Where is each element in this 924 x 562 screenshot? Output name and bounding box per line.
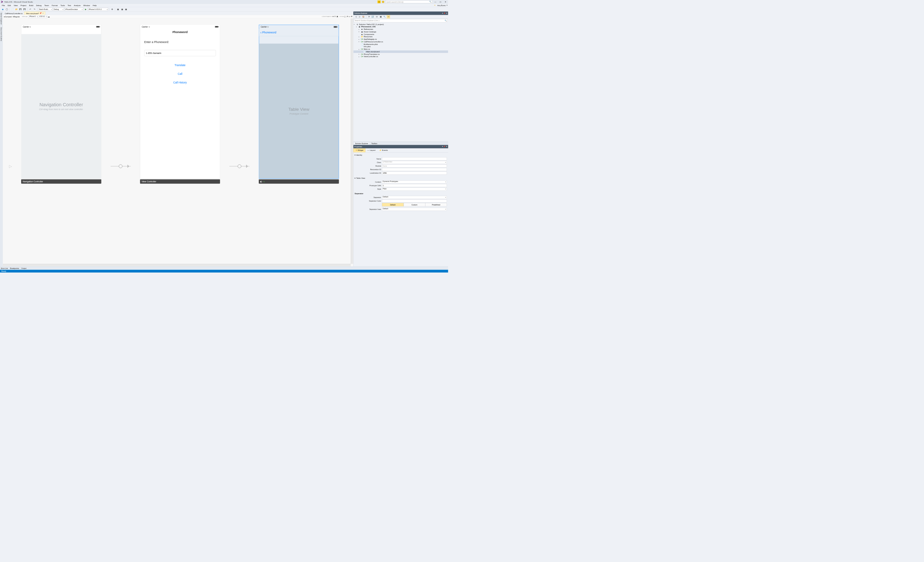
tree-phonetranslator[interactable]: ▸C#PhoneTranslator.cs [353, 53, 448, 56]
se-refresh-icon[interactable]: 🔄 [371, 15, 375, 19]
menu-test[interactable]: Test [66, 4, 72, 7]
tree-callhistorycontroller[interactable]: ▸C#CallHistoryController.cs [353, 41, 448, 43]
menu-window[interactable]: Window [82, 4, 91, 7]
panel-close-icon[interactable]: ✕ [446, 146, 447, 147]
menu-analyze[interactable]: Analyze [72, 4, 81, 7]
entry-arrow-icon[interactable]: ▷ [9, 164, 12, 168]
call-history-button[interactable]: Call History [144, 78, 216, 87]
user-area[interactable]: Amy Burns ▾ [434, 5, 448, 6]
menu-build[interactable]: Build [28, 4, 34, 7]
navigation-controller-scene[interactable]: Carrier ᯤ Navigation Controller Ctrl+dra… [21, 25, 101, 184]
tree-maincs[interactable]: ▸C#Main.cs [353, 48, 448, 50]
size-class-h[interactable]: hRegular [13, 16, 20, 18]
translate-button[interactable]: Translate [144, 61, 216, 70]
tree-references[interactable]: ▸■References [353, 28, 448, 30]
document-outline-tab[interactable]: Document Outline [0, 27, 3, 42]
menu-project[interactable]: Project [19, 4, 28, 7]
prop-sepcolor-input[interactable] [382, 199, 447, 203]
new-project-icon[interactable]: 📄 [10, 8, 14, 11]
zoom-in-icon[interactable]: ⊞ [351, 16, 352, 18]
maximize-button[interactable]: ▭ [439, 0, 442, 3]
canvas-vscroll[interactable] [351, 18, 353, 264]
prop-content-select[interactable]: Dynamic Prototypes [382, 180, 447, 183]
tableview-controller-scene[interactable]: Carrier ᯤ ‹ Phoneword Table View Prototy… [259, 25, 339, 184]
back-nav-icon[interactable]: ◉ [1, 8, 4, 11]
prop-separator-select[interactable]: Default [382, 196, 447, 199]
tab-callhistory[interactable]: CallHistoryController.cs [3, 12, 24, 15]
se-properties-icon[interactable]: 🔧 [383, 15, 386, 19]
phoneword-input[interactable] [144, 50, 216, 56]
sepcolor-segmented[interactable]: Default Custom Predefined [382, 203, 447, 206]
size-class-w[interactable]: wCompact [4, 16, 12, 18]
segue-2[interactable] [230, 163, 249, 169]
tree-mainstoryboard[interactable]: 📄Main.storyboard [353, 50, 448, 53]
notification-flag-icon[interactable]: ▾ [378, 0, 381, 3]
solution-tree[interactable]: ▸⧉Solution 'Hello.iOS' (1 project) ▾▣Pho… [353, 23, 448, 141]
back-button[interactable]: ‹ Phoneword [259, 29, 339, 36]
panel-close-icon[interactable]: ✕ [446, 12, 447, 14]
zoom-out-icon[interactable]: ⊟ [347, 16, 348, 18]
tool-misc-2-icon[interactable]: ▦ [116, 8, 120, 11]
tab-output[interactable]: Output [21, 267, 26, 269]
constraint-tool-2-icon[interactable]: ⊡ [334, 16, 336, 18]
tool-misc-3-icon[interactable]: ▦ [120, 8, 124, 11]
save-icon[interactable]: 💾 [19, 8, 22, 11]
zoom-fit-icon[interactable]: ⛶ [344, 16, 346, 18]
scene-label-2[interactable]: View Controller [140, 179, 220, 184]
tree-appdelegate[interactable]: ▸C#AppDelegate.cs [353, 38, 448, 41]
se-show-all-icon[interactable]: ▦ [379, 15, 382, 19]
storyboard-canvas[interactable]: ▷ Carrier ᯤ Navigation Controller Ctrl+d… [3, 18, 353, 266]
save-all-icon[interactable]: 💾 [23, 8, 26, 11]
properties-header[interactable]: Properties ▾📌✕ [353, 145, 448, 148]
section-identity[interactable]: ▾Identity [354, 153, 447, 156]
orientation-icon[interactable]: ▬ [48, 16, 50, 18]
panel-pin-icon[interactable]: 📌 [443, 146, 446, 147]
se-preview-icon[interactable]: ▭ [387, 15, 390, 19]
seg-default[interactable]: Default [382, 203, 404, 206]
prop-restoration-input[interactable] [382, 168, 447, 171]
call-button[interactable]: Call [144, 70, 216, 78]
tab-breakpoints[interactable]: Breakpoints [10, 267, 19, 269]
device-dropdown[interactable]: iPhone 6 [28, 15, 38, 18]
platform-dropdown[interactable]: iPhoneSimulator [64, 8, 83, 11]
tool-misc-1-icon[interactable]: ⚙ [110, 8, 114, 11]
ptab-toolbox[interactable]: Toolbox [370, 142, 379, 145]
se-home-icon[interactable]: 🏠 [362, 15, 365, 19]
config-dropdown[interactable]: Debug [53, 8, 64, 11]
tool-misc-4-icon[interactable]: ▦ [124, 8, 128, 11]
menu-edit[interactable]: Edit [6, 4, 12, 7]
section-tableview[interactable]: ▾Table View [354, 177, 447, 180]
tab-errorlist[interactable]: Error List [1, 267, 8, 269]
ios-dropdown[interactable]: iOS 9.2 [39, 15, 47, 18]
tree-resources[interactable]: ▸📁Resources [353, 36, 448, 38]
target-dropdown[interactable]: iPhone 6 iOS 9.2 [88, 8, 108, 11]
redo-icon[interactable]: ↷ [33, 8, 36, 11]
prop-tab-events[interactable]: ⚡Events [377, 149, 390, 152]
prop-sepinset-select[interactable]: Default [382, 208, 447, 211]
tree-viewcontroller[interactable]: ▸C#ViewController.cs [353, 56, 448, 58]
open-icon[interactable]: 📂 [15, 8, 18, 11]
zoom-100-icon[interactable]: ▭ [349, 16, 350, 18]
prop-module-input[interactable] [382, 164, 447, 168]
prop-style-select[interactable]: Plain [382, 188, 447, 191]
server-explorer-tab[interactable]: Server Explorer [0, 12, 3, 26]
constraint-tool-1-icon[interactable]: ⊕ [332, 16, 334, 18]
segue-1[interactable] [111, 163, 130, 169]
se-sync-icon[interactable]: ⟳ [368, 15, 371, 19]
seg-custom[interactable]: Custom [404, 203, 425, 206]
se-back-icon[interactable]: ◁ [354, 15, 357, 19]
batch-build-dropdown[interactable]: Batch Build... [39, 8, 52, 11]
menu-debug[interactable]: Debug [35, 4, 43, 7]
scene-label-3[interactable]: ◐ ⎋ [259, 179, 339, 184]
se-collapse-icon[interactable]: ⊟ [375, 15, 379, 19]
emoji-feedback-icon[interactable]: 🙂 [382, 1, 384, 3]
play-icon[interactable]: ▶ [84, 8, 87, 11]
prop-tab-widget[interactable]: ✦Widget [353, 149, 365, 152]
close-button[interactable]: ✕ [443, 0, 447, 3]
canvas-hscroll[interactable] [3, 264, 351, 266]
seg-predefined[interactable]: Predefined [425, 203, 447, 206]
panel-dropdown-icon[interactable]: ▾ [442, 12, 443, 14]
menu-tools[interactable]: Tools [59, 4, 66, 7]
tree-assetcatalogs[interactable]: ▸▣Asset Catalogs [353, 30, 448, 33]
tab-storyboard[interactable]: Main.storyboard* 📌 ✕ [24, 12, 45, 15]
